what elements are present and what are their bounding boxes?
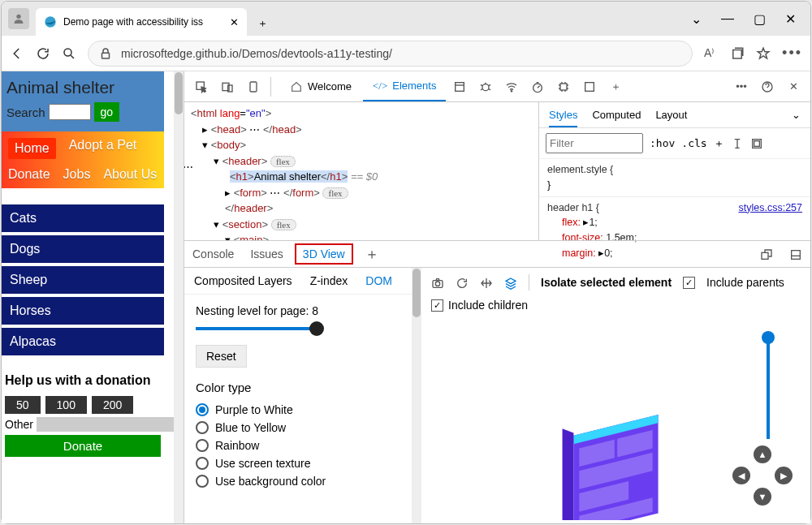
chip-200[interactable]: 200 [92, 396, 133, 414]
add-tab-icon[interactable]: ＋ [603, 80, 628, 94]
include-children-checkbox[interactable] [431, 299, 443, 312]
maximize-icon[interactable]: ▢ [754, 11, 766, 27]
nav-jobs[interactable]: Jobs [63, 167, 91, 182]
close-icon[interactable]: ✕ [785, 11, 796, 27]
cls-button[interactable]: .cls [681, 137, 706, 149]
tab-dom[interactable]: DOM [365, 274, 392, 287]
reset-button[interactable]: Reset [196, 345, 247, 368]
nesting-label: Nesting level for page: 8 [196, 304, 400, 317]
cat-horses[interactable]: Horses [2, 297, 164, 325]
back-icon[interactable] [10, 46, 24, 61]
svg-rect-19 [792, 250, 801, 259]
hov-button[interactable]: :hov [650, 137, 675, 149]
close-tab-icon[interactable]: ✕ [230, 16, 239, 28]
expand-icon[interactable] [789, 247, 802, 260]
chevron-down-icon[interactable]: ⌄ [792, 109, 801, 121]
favorite-icon[interactable] [756, 46, 771, 61]
3d-viewport[interactable]: Isolate selected element Include parents… [421, 268, 810, 523]
styles-filter-input[interactable] [546, 133, 643, 153]
elements-tree[interactable]: <html lang="en"> ▸ <head> ⋯ </head> ▾ <b… [184, 102, 538, 240]
snapshot-icon[interactable] [431, 275, 444, 289]
layers-icon[interactable] [504, 275, 517, 289]
chip-50[interactable]: 50 [5, 396, 41, 414]
cat-dogs[interactable]: Dogs [2, 235, 164, 263]
go-button[interactable]: go [94, 102, 120, 122]
device-icon-2[interactable] [241, 80, 266, 93]
radio-blue[interactable] [196, 421, 209, 434]
source-link[interactable]: styles.css:257 [738, 200, 802, 216]
chevron-down-icon[interactable]: ⌄ [691, 11, 702, 27]
pan-control: ▲ ▼ ◀ ▶ [732, 445, 793, 506]
nav-adopt[interactable]: Adopt a Pet [69, 138, 137, 159]
chip-100[interactable]: 100 [45, 396, 87, 414]
device-icon[interactable] [215, 80, 240, 93]
search-input[interactable] [49, 104, 91, 120]
tab-elements[interactable]: </> Elements [363, 72, 446, 101]
cat-sheep[interactable]: Sheep [2, 266, 164, 294]
cat-alpacas[interactable]: Alpacas [2, 328, 164, 355]
devtools-close-icon[interactable]: ✕ [781, 80, 806, 93]
add-drawer-tab-icon[interactable]: ＋ [365, 244, 379, 264]
radio-purple[interactable] [196, 403, 209, 416]
radio-bg[interactable] [196, 475, 209, 488]
nav-about[interactable]: About Us [103, 167, 157, 182]
flex-editor-icon[interactable] [750, 136, 763, 150]
tab-console[interactable]: Console [192, 247, 234, 260]
address-bar[interactable]: microsoftedge.github.io/Demos/devtools-a… [88, 41, 693, 67]
search-icon[interactable] [62, 46, 76, 61]
font-editor-icon[interactable] [731, 136, 744, 150]
minimize-icon[interactable]: — [721, 11, 734, 27]
collections-icon[interactable] [730, 46, 745, 61]
url-text: microsoftedge.github.io/Demos/devtools-a… [121, 47, 392, 60]
donate-button[interactable]: Donate [5, 435, 161, 457]
page-scrollbar[interactable] [174, 71, 184, 523]
drawer-tabs: Console Issues 3D View ＋ [184, 240, 810, 268]
tab-layout[interactable]: Layout [655, 109, 687, 121]
browser-tab[interactable]: Demo page with accessibility iss ✕ [36, 8, 247, 36]
cat-cats[interactable]: Cats [2, 204, 164, 232]
pan-mode-icon[interactable] [480, 275, 493, 289]
tab-styles[interactable]: Styles [549, 109, 577, 127]
tab-computed[interactable]: Computed [592, 109, 641, 121]
new-tab-button[interactable]: ＋ [250, 11, 274, 36]
help-icon[interactable] [755, 80, 780, 93]
devtools-more-icon[interactable]: ••• [729, 80, 754, 93]
color-type-heading: Color type [196, 381, 400, 394]
inspect-icon[interactable] [189, 80, 214, 93]
perf-icon[interactable] [525, 80, 550, 93]
read-aloud-icon[interactable]: A⁾ [704, 46, 719, 61]
nav-home[interactable]: Home [8, 138, 56, 159]
svg-rect-13 [560, 84, 567, 90]
other-input[interactable] [37, 417, 174, 432]
tab-composited[interactable]: Composited Layers [194, 274, 292, 287]
dock-icon[interactable] [760, 247, 773, 260]
new-rule-icon[interactable]: ＋ [714, 136, 724, 151]
nav-donate[interactable]: Donate [8, 167, 50, 182]
pan-right-button[interactable]: ▶ [775, 467, 793, 484]
include-parents-checkbox[interactable] [683, 277, 695, 289]
tab-welcome[interactable]: Welcome [280, 73, 361, 101]
reload-icon[interactable] [456, 275, 469, 289]
bug-icon[interactable] [473, 80, 498, 93]
tab-zindex[interactable]: Z-index [310, 274, 348, 287]
radio-rainbow[interactable] [196, 439, 209, 452]
tab-3dview[interactable]: 3D View [303, 247, 345, 260]
memory-icon[interactable] [551, 80, 576, 93]
app-icon[interactable] [447, 80, 472, 93]
sidebar-scrollbar[interactable] [412, 268, 421, 523]
pan-up-button[interactable]: ▲ [754, 445, 771, 463]
code-icon: </> [373, 80, 387, 93]
tree-more-icon[interactable]: ⋯ [184, 159, 193, 175]
refresh-icon[interactable] [36, 46, 50, 61]
profile-avatar[interactable] [8, 8, 29, 29]
zoom-slider[interactable] [767, 336, 770, 439]
network-icon[interactable] [499, 80, 524, 93]
more-icon[interactable]: ••• [782, 45, 802, 62]
pan-left-button[interactable]: ◀ [732, 467, 750, 484]
radio-texture[interactable] [196, 457, 209, 470]
app2-icon[interactable] [577, 80, 602, 93]
styles-panel: Styles Computed Layout ⌄ :hov .cls ＋ [538, 102, 810, 240]
tab-issues[interactable]: Issues [250, 247, 283, 260]
nesting-slider[interactable] [196, 327, 317, 330]
pan-down-button[interactable]: ▼ [754, 488, 771, 506]
